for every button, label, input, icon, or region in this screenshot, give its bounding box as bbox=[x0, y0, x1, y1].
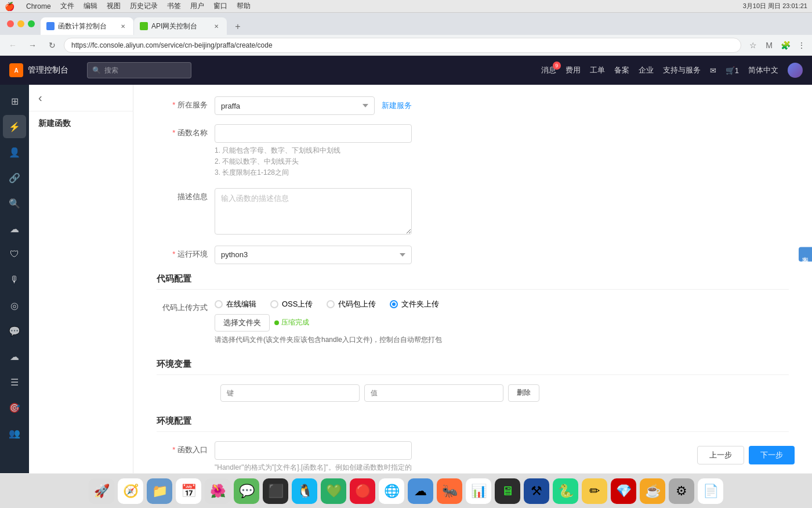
user-avatar[interactable] bbox=[788, 63, 803, 78]
radio-oss[interactable]: OSS上传 bbox=[270, 299, 313, 309]
back-arrow-icon: ‹ bbox=[38, 91, 42, 105]
dock-launchpad[interactable]: 🚀 bbox=[89, 478, 114, 504]
sidebar-item-grid[interactable]: ⊞ bbox=[3, 89, 26, 113]
nav-mail[interactable]: ✉ bbox=[710, 66, 716, 75]
menu-help[interactable]: 帮助 bbox=[237, 1, 251, 11]
sidebar-item-circle[interactable]: ◎ bbox=[3, 294, 26, 317]
env-vars-section: 环境变量 删除 bbox=[157, 359, 789, 402]
handler-hint-text: "Handler"的格式为"[文件名].[函数名]"。例如创建函数数时指定的Ha… bbox=[215, 463, 412, 473]
sidebar-item-search[interactable]: 🔍 bbox=[3, 192, 26, 215]
new-service-link[interactable]: 新建服务 bbox=[382, 100, 412, 111]
dock-qq[interactable]: 🐧 bbox=[292, 478, 317, 504]
maximize-traffic-light[interactable] bbox=[28, 20, 35, 27]
new-tab-button[interactable]: + bbox=[230, 19, 246, 35]
dock-numbers[interactable]: 📊 bbox=[466, 478, 491, 504]
menu-chrome[interactable]: Chrome bbox=[26, 2, 51, 10]
top-search-box[interactable]: 🔍 bbox=[87, 62, 191, 78]
dock-calendar[interactable]: 📅 bbox=[176, 478, 201, 504]
prev-step-button[interactable]: 上一步 bbox=[697, 446, 744, 464]
handler-input[interactable]: index.handler bbox=[215, 441, 412, 460]
sidebar-item-functions[interactable]: ⚡ bbox=[3, 115, 26, 138]
dock-safari[interactable]: 🧭 bbox=[118, 478, 143, 504]
choose-folder-button[interactable]: 选择文件夹 bbox=[215, 314, 270, 332]
nav-support[interactable]: 支持与服务 bbox=[663, 65, 701, 75]
dock-xcode[interactable]: ⚒ bbox=[524, 478, 549, 504]
right-floating-widget[interactable]: 客 询 建 议 bbox=[799, 247, 812, 261]
radio-online[interactable]: 在线编辑 bbox=[215, 299, 256, 309]
back-button[interactable]: ← bbox=[5, 37, 21, 53]
left-panel-title: 新建函数 bbox=[29, 111, 133, 136]
reload-button[interactable]: ↻ bbox=[44, 37, 60, 53]
dock-photos[interactable]: 🌺 bbox=[205, 478, 230, 504]
nav-messages[interactable]: 消息 9 bbox=[541, 65, 556, 75]
dock-cup[interactable]: ☕ bbox=[640, 478, 665, 504]
runtime-select[interactable]: python3 nodejs12 java8 bbox=[215, 246, 412, 264]
sidebar-item-people[interactable]: 👥 bbox=[3, 421, 26, 445]
radio-zip[interactable]: 代码包上传 bbox=[327, 299, 376, 309]
menu-user[interactable]: 用户 bbox=[190, 1, 204, 11]
dock-chrome[interactable]: 🌐 bbox=[379, 478, 404, 504]
dock-settings[interactable]: ⚙ bbox=[669, 478, 694, 504]
sidebar-item-link[interactable]: 🔗 bbox=[3, 166, 26, 189]
env-value-input[interactable] bbox=[364, 384, 503, 402]
dock-messages[interactable]: 💬 bbox=[234, 478, 259, 504]
sidebar-item-list[interactable]: ☰ bbox=[3, 370, 26, 394]
more-icon[interactable]: ⋮ bbox=[796, 39, 807, 51]
bookmark-icon[interactable]: ☆ bbox=[747, 39, 759, 51]
dock-cloud[interactable]: ☁ bbox=[408, 478, 433, 504]
function-name-input[interactable]: praffa bbox=[215, 124, 412, 143]
radio-folder[interactable]: 文件夹上传 bbox=[390, 299, 439, 309]
back-button-panel[interactable]: ‹ bbox=[29, 85, 133, 111]
dock-finder[interactable]: 📁 bbox=[147, 478, 172, 504]
nav-language[interactable]: 简体中文 bbox=[748, 65, 778, 75]
dock-wechat[interactable]: 💚 bbox=[321, 478, 346, 504]
nav-cart[interactable]: 🛒1 bbox=[726, 66, 739, 75]
dock-monitor[interactable]: 🖥 bbox=[495, 478, 520, 504]
env-key-input[interactable] bbox=[220, 384, 360, 402]
menu-bookmarks[interactable]: 书签 bbox=[167, 1, 181, 11]
dock-pycharm[interactable]: 🐍 bbox=[553, 478, 578, 504]
tab-close-2[interactable]: ✕ bbox=[212, 21, 221, 31]
tab-functions-console[interactable]: 函数计算控制台 ✕ bbox=[41, 17, 133, 35]
profile-icon[interactable]: M bbox=[763, 39, 775, 51]
sidebar-item-mic[interactable]: 🎙 bbox=[3, 268, 26, 291]
delete-env-button[interactable]: 删除 bbox=[508, 384, 539, 402]
tab-api-gateway[interactable]: API网关控制台 ✕ bbox=[134, 17, 227, 35]
search-icon: 🔍 bbox=[92, 66, 101, 74]
description-textarea[interactable] bbox=[215, 188, 412, 235]
minimize-traffic-light[interactable] bbox=[17, 20, 24, 27]
tab-close-active[interactable]: ✕ bbox=[118, 21, 128, 31]
extension-icon[interactable]: 🧩 bbox=[780, 39, 791, 51]
shield-icon: 🛡 bbox=[10, 249, 19, 260]
sidebar-item-target[interactable]: 🎯 bbox=[3, 396, 26, 419]
next-step-button[interactable]: 下一步 bbox=[749, 446, 795, 464]
form-row-description: 描述信息 bbox=[157, 188, 789, 236]
forward-button[interactable]: → bbox=[24, 37, 41, 53]
nav-billing[interactable]: 费用 bbox=[566, 65, 581, 75]
menu-history[interactable]: 历史记录 bbox=[130, 1, 158, 11]
dock-document[interactable]: 📄 bbox=[698, 478, 723, 504]
top-search-input[interactable] bbox=[104, 66, 186, 74]
menu-window[interactable]: 窗口 bbox=[213, 1, 227, 11]
time-display: 3月10日 周日 23:01:21 bbox=[743, 2, 807, 10]
sidebar-item-user[interactable]: 👤 bbox=[3, 140, 26, 164]
sidebar-item-cloud[interactable]: ☁ bbox=[3, 217, 26, 240]
dock-terminal[interactable]: ⬛ bbox=[263, 478, 288, 504]
menu-edit[interactable]: 编辑 bbox=[84, 1, 97, 11]
dock-weibo[interactable]: 🔴 bbox=[350, 478, 375, 504]
address-bar-input[interactable]: https://fc.console.aliyun.com/service/cn… bbox=[64, 38, 741, 53]
nav-ticket[interactable]: 工单 bbox=[590, 65, 605, 75]
sidebar-item-security[interactable]: 🛡 bbox=[3, 243, 26, 266]
menu-view[interactable]: 视图 bbox=[107, 1, 121, 11]
service-select[interactable]: praffa bbox=[215, 96, 375, 115]
close-traffic-light[interactable] bbox=[7, 20, 14, 27]
menu-file[interactable]: 文件 bbox=[60, 1, 74, 11]
dock-ruby[interactable]: 💎 bbox=[611, 478, 636, 504]
sidebar-item-cloud2[interactable]: ☁ bbox=[3, 345, 26, 368]
nav-enterprise[interactable]: 企业 bbox=[639, 65, 654, 75]
dock-ant[interactable]: 🐜 bbox=[437, 478, 462, 504]
nav-icp[interactable]: 备案 bbox=[614, 65, 629, 75]
sidebar-item-chat[interactable]: 💬 bbox=[3, 319, 26, 343]
radio-label-zip: 代码包上传 bbox=[338, 299, 376, 309]
dock-sketch[interactable]: ✏ bbox=[582, 478, 607, 504]
